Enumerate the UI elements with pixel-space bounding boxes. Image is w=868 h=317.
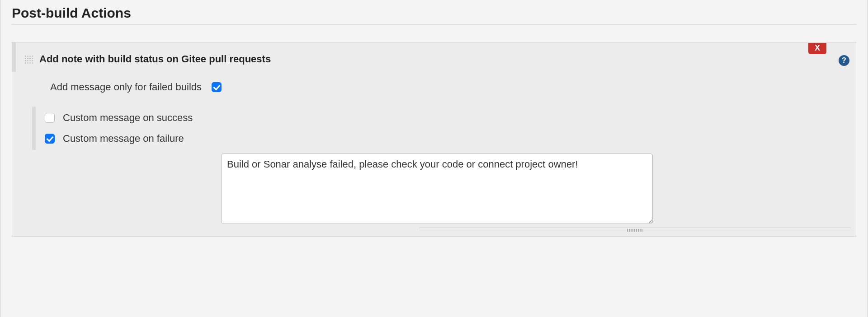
block-accent-bar — [12, 42, 16, 72]
only-failed-label: Add message only for failed builds — [50, 81, 202, 93]
section-divider — [12, 24, 856, 25]
only-failed-checkbox[interactable] — [212, 82, 222, 92]
resize-handle-bar[interactable] — [419, 228, 851, 232]
gitee-note-action-block: X ? Add note with build status on Gitee … — [12, 42, 856, 237]
post-build-section: Post-build Actions X ? Add note with bui… — [0, 0, 868, 317]
nested-options: Custom message on success Custom message… — [32, 107, 845, 150]
failure-message-wrap — [23, 150, 845, 232]
help-icon[interactable]: ? — [839, 55, 849, 66]
block-header: Add note with build status on Gitee pull… — [12, 42, 856, 75]
section-title: Post-build Actions — [12, 4, 856, 21]
delete-label: X — [815, 43, 820, 52]
failure-message-textarea[interactable] — [221, 154, 653, 224]
drag-handle-icon[interactable] — [24, 55, 33, 64]
block-body: Add message only for failed builds Custo… — [12, 75, 856, 236]
custom-success-label: Custom message on success — [63, 112, 193, 124]
action-title: Add note with build status on Gitee pull… — [39, 53, 271, 65]
custom-success-row: Custom message on success — [45, 107, 845, 128]
custom-failure-checkbox[interactable] — [45, 134, 55, 144]
grip-icon — [627, 229, 643, 232]
delete-action-button[interactable]: X — [808, 43, 826, 54]
custom-failure-label: Custom message on failure — [63, 133, 184, 145]
custom-failure-row: Custom message on failure — [45, 128, 845, 149]
custom-success-checkbox[interactable] — [45, 113, 55, 123]
only-failed-row: Add message only for failed builds — [23, 75, 845, 107]
help-label: ? — [842, 56, 846, 65]
